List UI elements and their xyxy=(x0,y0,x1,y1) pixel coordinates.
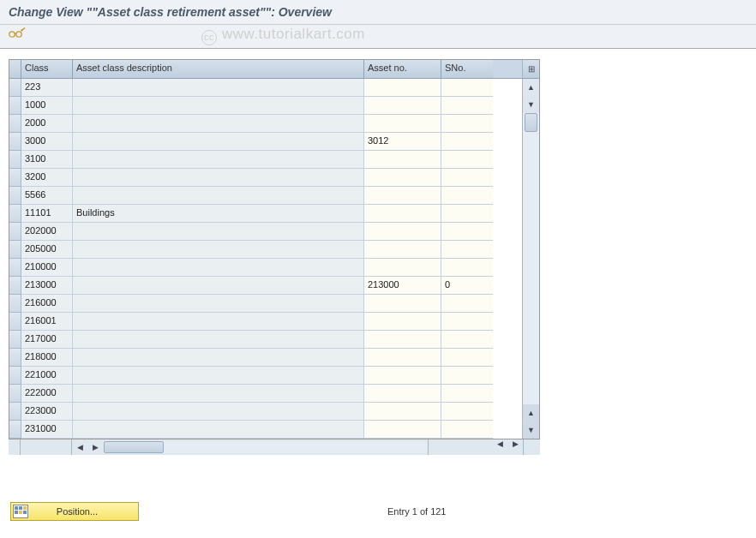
row-selector[interactable] xyxy=(9,403,21,421)
cell-desc[interactable] xyxy=(73,421,364,439)
table-row[interactable]: 210000 xyxy=(9,259,522,277)
cell-asset[interactable] xyxy=(364,187,441,205)
cell-desc[interactable] xyxy=(73,151,364,169)
table-row[interactable]: 231000 xyxy=(9,421,522,439)
cell-asset[interactable] xyxy=(364,169,441,187)
cell-asset[interactable] xyxy=(364,259,441,277)
cell-class[interactable]: 216001 xyxy=(21,313,73,331)
row-selector[interactable] xyxy=(9,421,21,439)
table-row[interactable]: 3200 xyxy=(9,169,522,187)
cell-desc[interactable] xyxy=(73,187,364,205)
position-button[interactable]: Position... xyxy=(10,502,139,521)
cell-sno[interactable] xyxy=(441,313,493,331)
cell-sno[interactable] xyxy=(441,223,493,241)
row-selector[interactable] xyxy=(9,313,21,331)
cell-desc[interactable] xyxy=(73,277,364,295)
row-selector[interactable] xyxy=(9,205,21,223)
cell-sno[interactable] xyxy=(441,205,493,223)
table-row[interactable]: 3100 xyxy=(9,151,522,169)
cell-sno[interactable] xyxy=(441,259,493,277)
row-selector[interactable] xyxy=(9,241,21,259)
cell-desc[interactable] xyxy=(73,367,364,385)
col-header-asset[interactable]: Asset no. xyxy=(364,60,441,78)
cell-asset[interactable] xyxy=(364,97,441,115)
cell-asset[interactable] xyxy=(364,385,441,403)
cell-sno[interactable] xyxy=(441,421,493,439)
table-config-button[interactable]: ⊞ xyxy=(523,60,539,79)
cell-desc[interactable] xyxy=(73,385,364,403)
cell-asset[interactable] xyxy=(364,205,441,223)
cell-class[interactable]: 223000 xyxy=(21,403,73,421)
table-row[interactable]: 11101Buildings xyxy=(9,205,522,223)
horizontal-scrollbar[interactable]: ◀ ▶ ◀ ▶ xyxy=(9,439,540,455)
cell-sno[interactable] xyxy=(441,295,493,313)
cell-asset[interactable] xyxy=(364,313,441,331)
glasses-pencil-icon[interactable] xyxy=(9,27,26,42)
cell-asset[interactable] xyxy=(364,349,441,367)
cell-sno[interactable] xyxy=(441,133,493,151)
row-selector[interactable] xyxy=(9,385,21,403)
scroll-left-icon[interactable]: ◀ xyxy=(72,443,87,451)
cell-sno[interactable] xyxy=(441,349,493,367)
cell-desc[interactable] xyxy=(73,97,364,115)
row-selector-header[interactable] xyxy=(9,60,21,78)
cell-sno[interactable]: 0 xyxy=(441,277,493,295)
cell-sno[interactable] xyxy=(441,385,493,403)
cell-class[interactable]: 3200 xyxy=(21,169,73,187)
scroll-right-icon[interactable]: ▶ xyxy=(87,443,103,451)
scroll-up-icon[interactable]: ▲ xyxy=(523,79,539,96)
cell-asset[interactable] xyxy=(364,115,441,133)
cell-desc[interactable] xyxy=(73,403,364,421)
cell-desc[interactable] xyxy=(73,115,364,133)
cell-class[interactable]: 3100 xyxy=(21,151,73,169)
table-row[interactable]: 217000 xyxy=(9,331,522,349)
cell-class[interactable]: 218000 xyxy=(21,349,73,367)
scroll-down-icon[interactable]: ▼ xyxy=(523,96,539,113)
cell-sno[interactable] xyxy=(441,403,493,421)
cell-sno[interactable] xyxy=(441,367,493,385)
row-selector[interactable] xyxy=(9,295,21,313)
col-header-desc[interactable]: Asset class description xyxy=(73,60,364,78)
hscroll-track[interactable] xyxy=(104,441,427,453)
cell-sno[interactable] xyxy=(441,241,493,259)
cell-class[interactable]: 202000 xyxy=(21,223,73,241)
row-selector[interactable] xyxy=(9,277,21,295)
table-row[interactable]: 216001 xyxy=(9,313,522,331)
col-header-sno[interactable]: SNo. xyxy=(441,60,493,78)
cell-desc[interactable] xyxy=(73,223,364,241)
table-row[interactable]: 222000 xyxy=(9,385,522,403)
cell-class[interactable]: 1000 xyxy=(21,97,73,115)
cell-asset[interactable] xyxy=(364,295,441,313)
vscroll-track[interactable] xyxy=(523,113,539,404)
cell-asset[interactable] xyxy=(364,331,441,349)
scroll-up2-icon[interactable]: ▲ xyxy=(523,404,539,421)
cell-asset[interactable] xyxy=(364,151,441,169)
cell-asset[interactable] xyxy=(364,223,441,241)
cell-sno[interactable] xyxy=(441,331,493,349)
cell-desc[interactable] xyxy=(73,331,364,349)
table-row[interactable]: 2130002130000 xyxy=(9,277,522,295)
cell-asset[interactable] xyxy=(364,403,441,421)
table-row[interactable]: 5566 xyxy=(9,187,522,205)
cell-class[interactable]: 222000 xyxy=(21,385,73,403)
scroll-left2-icon[interactable]: ◀ xyxy=(492,439,507,455)
table-row[interactable]: 216000 xyxy=(9,295,522,313)
row-selector[interactable] xyxy=(9,223,21,241)
cell-class[interactable]: 217000 xyxy=(21,331,73,349)
row-selector[interactable] xyxy=(9,367,21,385)
cell-asset[interactable] xyxy=(364,241,441,259)
cell-class[interactable]: 2000 xyxy=(21,115,73,133)
vertical-scrollbar[interactable]: ⊞ ▲ ▼ ▲ ▼ xyxy=(522,60,539,439)
row-selector[interactable] xyxy=(9,259,21,277)
cell-desc[interactable] xyxy=(73,79,364,97)
vscroll-thumb[interactable] xyxy=(525,113,537,132)
cell-class[interactable]: 205000 xyxy=(21,241,73,259)
cell-desc[interactable] xyxy=(73,133,364,151)
table-row[interactable]: 223000 xyxy=(9,403,522,421)
table-row[interactable]: 221000 xyxy=(9,367,522,385)
cell-sno[interactable] xyxy=(441,187,493,205)
cell-asset[interactable] xyxy=(364,367,441,385)
cell-desc[interactable] xyxy=(73,169,364,187)
cell-class[interactable]: 5566 xyxy=(21,187,73,205)
cell-class[interactable]: 231000 xyxy=(21,421,73,439)
